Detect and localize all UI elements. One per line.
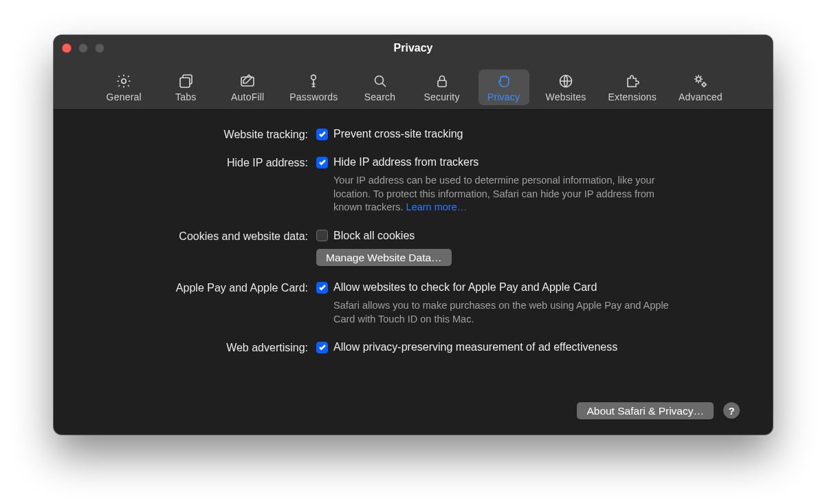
tab-label: Websites <box>546 91 586 102</box>
svg-point-3 <box>311 75 316 80</box>
tab-security[interactable]: Security <box>417 69 468 105</box>
help-button[interactable]: ? <box>723 402 740 419</box>
tab-label: Security <box>424 91 459 102</box>
svg-point-8 <box>703 83 705 86</box>
label-cookies: Cookies and website data: <box>81 230 316 243</box>
puzzle-icon <box>624 72 641 90</box>
tab-label: Passwords <box>289 91 338 102</box>
footer: About Safari & Privacy… ? <box>81 402 745 435</box>
hide-ip-description: Your IP address can be used to determine… <box>333 174 684 215</box>
tab-websites[interactable]: Websites <box>540 69 592 105</box>
tabs-icon <box>177 72 195 90</box>
manage-website-data-button[interactable]: Manage Website Data… <box>316 249 452 266</box>
checkbox-label: Hide IP address from trackers <box>333 156 478 168</box>
label-website-tracking: Website tracking: <box>81 128 316 141</box>
key-icon <box>305 72 322 90</box>
tab-label: Advanced <box>679 91 723 102</box>
tab-label: Extensions <box>608 91 656 102</box>
hand-icon <box>495 72 513 90</box>
learn-more-link[interactable]: Learn more… <box>406 201 468 212</box>
row-cookies: Cookies and website data: Block all cook… <box>81 230 745 266</box>
lock-icon <box>433 72 451 90</box>
svg-rect-5 <box>438 80 446 87</box>
tab-autofill[interactable]: AutoFill <box>222 69 273 105</box>
gear-icon <box>115 72 133 90</box>
desc-text: Your IP address can be used to determine… <box>333 175 655 212</box>
tab-label: Search <box>364 91 396 102</box>
row-website-tracking: Website tracking: Prevent cross-site tra… <box>81 128 745 141</box>
preferences-toolbar: General Tabs AutoFill Pass <box>54 69 773 105</box>
search-icon <box>371 72 389 90</box>
titlebar: Privacy General Tabs AutoFi <box>54 35 773 110</box>
label-apple-pay: Apple Pay and Apple Card: <box>81 281 316 294</box>
tab-tabs[interactable]: Tabs <box>160 69 211 105</box>
tab-label: Tabs <box>175 91 196 102</box>
tab-passwords[interactable]: Passwords <box>284 69 343 105</box>
preferences-window: Privacy General Tabs AutoFi <box>54 35 773 435</box>
checkbox-label: Block all cookies <box>333 230 415 242</box>
checkbox-block-all-cookies[interactable] <box>316 230 328 241</box>
pencil-box-icon <box>239 72 256 90</box>
tab-advanced[interactable]: Advanced <box>673 69 728 105</box>
label-web-advertising: Web advertising: <box>81 341 316 354</box>
tab-extensions[interactable]: Extensions <box>602 69 661 105</box>
tab-label: General <box>107 91 142 102</box>
tab-label: AutoFill <box>231 91 264 102</box>
label-hide-ip: Hide IP address: <box>81 156 316 169</box>
checkbox-privacy-preserving-ad-measurement[interactable] <box>316 342 328 353</box>
svg-point-4 <box>375 76 383 85</box>
tab-general[interactable]: General <box>98 69 149 105</box>
checkbox-label: Allow websites to check for Apple Pay an… <box>333 281 597 294</box>
svg-rect-1 <box>180 78 190 87</box>
tab-label: Privacy <box>487 91 520 102</box>
svg-point-7 <box>696 77 701 81</box>
checkbox-label: Allow privacy-preserving measurement of … <box>333 341 617 353</box>
globe-icon <box>557 72 575 90</box>
window-title: Privacy <box>54 42 773 54</box>
checkbox-hide-ip-address[interactable] <box>316 157 328 168</box>
checkbox-label: Prevent cross-site tracking <box>333 128 463 140</box>
about-safari-privacy-button[interactable]: About Safari & Privacy… <box>577 402 714 419</box>
row-web-advertising: Web advertising: Allow privacy-preservin… <box>81 341 745 354</box>
apple-pay-description: Safari allows you to make purchases on t… <box>333 299 684 326</box>
tab-search[interactable]: Search <box>355 69 406 105</box>
tab-privacy[interactable]: Privacy <box>478 69 529 105</box>
row-hide-ip: Hide IP address: Hide IP address from tr… <box>81 156 745 215</box>
privacy-settings-pane: Website tracking: Prevent cross-site tra… <box>54 110 773 435</box>
gears-icon <box>692 72 710 90</box>
row-apple-pay: Apple Pay and Apple Card: Allow websites… <box>81 281 745 326</box>
checkbox-allow-apple-pay-check[interactable] <box>316 282 328 294</box>
svg-point-0 <box>122 79 126 83</box>
checkbox-prevent-cross-site-tracking[interactable] <box>316 129 328 140</box>
